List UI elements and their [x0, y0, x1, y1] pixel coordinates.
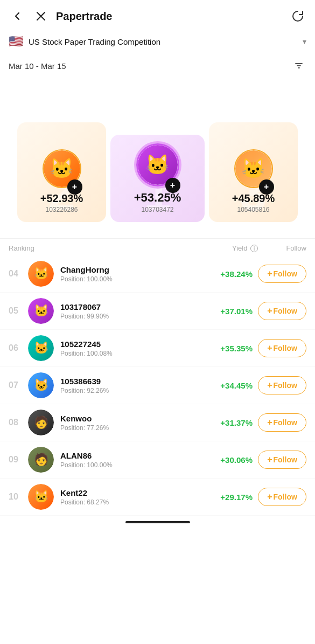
trader-row: 10 🐱 Kent22 Position: 68.27% +29.17% + F…: [0, 479, 315, 516]
podium-second-avatar-wrap: 🐱 +: [43, 149, 81, 188]
podium-first-id: 103703472: [141, 206, 173, 213]
home-indicator: [125, 521, 190, 523]
trader-row: 09 🧑 ALAN86 Position: 100.00% +30.06% + …: [0, 441, 315, 479]
trader-yield: +31.37%: [204, 418, 253, 427]
podium-first: 1 🐱 + +53.25% 103703472: [110, 135, 205, 222]
trader-name: ALAN86: [60, 451, 204, 460]
podium-third-id: 105405816: [237, 206, 269, 213]
date-range-text: Mar 10 - Mar 15: [9, 61, 66, 71]
trader-avatar: 🧑: [28, 410, 54, 435]
trader-rank: 08: [9, 418, 26, 427]
trader-position: Position: 68.27%: [60, 498, 204, 506]
trader-position: Position: 100.00%: [60, 461, 204, 469]
podium-third: 3 🐱 + +45.89% 105405816: [209, 122, 298, 222]
podium-third-avatar-wrap: 🐱 +: [234, 149, 273, 188]
trader-info: 105386639 Position: 92.26%: [60, 377, 204, 394]
trader-yield: +29.17%: [204, 493, 253, 502]
trader-yield: +37.01%: [204, 307, 253, 316]
trader-rank: 10: [9, 492, 26, 502]
avatar-image: 🐱: [28, 484, 54, 510]
follow-plus-icon: +: [267, 306, 272, 316]
trader-row: 05 🐱 103178067 Position: 99.90% +37.01% …: [0, 293, 315, 330]
follow-plus-icon: +: [267, 380, 272, 390]
follow-button[interactable]: + Follow: [258, 413, 306, 432]
trader-rank: 05: [9, 306, 26, 316]
trader-yield: +30.06%: [204, 455, 253, 465]
podium-second-id: 103226286: [45, 206, 78, 213]
trader-name: 105386639: [60, 377, 204, 386]
podium-second: 2 🐱 + +52.93% 103226286: [17, 122, 106, 222]
podium-third-yield: +45.89%: [232, 192, 275, 205]
follow-label: Follow: [274, 269, 297, 278]
follow-plus-icon: +: [267, 343, 272, 353]
avatar-image: 🐱: [28, 372, 54, 398]
follow-button[interactable]: + Follow: [258, 339, 306, 357]
trader-position: Position: 100.08%: [60, 350, 204, 357]
trader-info: 105227245 Position: 100.08%: [60, 340, 204, 357]
date-range-row: Mar 10 - Mar 15: [0, 53, 315, 82]
back-button[interactable]: [9, 8, 26, 25]
follow-label: Follow: [274, 344, 297, 352]
trader-position: Position: 77.26%: [60, 424, 204, 432]
follow-button[interactable]: + Follow: [258, 488, 306, 506]
follow-plus-icon: +: [267, 492, 272, 502]
follow-label: Follow: [274, 381, 297, 390]
col-yield: Yield i: [209, 244, 258, 252]
follow-button[interactable]: + Follow: [258, 376, 306, 394]
trader-position: Position: 100.00%: [60, 275, 204, 283]
header: Papertrade: [0, 0, 315, 30]
podium-first-avatar-wrap: 🐱 +: [136, 143, 179, 186]
avatar-image: 🧑: [28, 410, 54, 435]
trader-name: 103178067: [60, 302, 204, 311]
podium-first-yield: +53.25%: [134, 191, 181, 205]
chevron-down-icon: ▾: [303, 37, 306, 46]
trader-name: Kenwoo: [60, 414, 204, 423]
trader-info: 103178067 Position: 99.90%: [60, 302, 204, 320]
trader-list: 04 🐱 ChangHorng Position: 100.00% +38.24…: [0, 255, 315, 516]
trader-info: Kent22 Position: 68.27%: [60, 488, 204, 506]
follow-plus-icon: +: [267, 418, 272, 427]
trader-avatar: 🐱: [28, 484, 54, 510]
podium-second-yield: +52.93%: [40, 192, 83, 205]
follow-label: Follow: [274, 455, 297, 464]
trader-avatar: 🐱: [28, 372, 54, 398]
col-follow: Follow: [258, 244, 306, 252]
trader-avatar: 🐱: [28, 261, 54, 287]
trader-rank: 07: [9, 380, 26, 390]
trader-position: Position: 92.26%: [60, 387, 204, 394]
follow-plus-icon: +: [267, 455, 272, 465]
page-title: Papertrade: [56, 10, 283, 23]
avatar-image: 🐱: [28, 335, 54, 361]
follow-button[interactable]: + Follow: [258, 451, 306, 469]
avatar-image: 🐱: [28, 261, 54, 287]
follow-label: Follow: [274, 493, 297, 501]
avatar-image: 🐱: [28, 298, 54, 324]
trader-yield: +38.24%: [204, 269, 253, 279]
filter-button[interactable]: [291, 58, 306, 73]
follow-button[interactable]: + Follow: [258, 302, 306, 320]
trader-info: ChangHorng Position: 100.00%: [60, 265, 204, 283]
trader-name: Kent22: [60, 488, 204, 497]
trader-yield: +35.35%: [204, 344, 253, 353]
table-header: Ranking Yield i Follow: [0, 238, 315, 255]
trader-name: 105227245: [60, 340, 204, 349]
competition-selector[interactable]: 🇺🇸 US Stock Paper Trading Competition ▾: [0, 30, 315, 53]
follow-button[interactable]: + Follow: [258, 265, 306, 283]
trader-row: 07 🐱 105386639 Position: 92.26% +34.45% …: [0, 367, 315, 404]
trader-row: 06 🐱 105227245 Position: 100.08% +35.35%…: [0, 330, 315, 367]
yield-info-icon[interactable]: i: [250, 245, 258, 252]
follow-label: Follow: [274, 418, 297, 427]
follow-plus-icon: +: [267, 269, 272, 279]
refresh-button[interactable]: [289, 8, 306, 25]
podium: 2 🐱 + +52.93% 103226286 1 🐱 + +53.25% 10…: [0, 82, 315, 233]
trader-rank: 06: [9, 343, 26, 353]
trader-avatar: 🧑: [28, 447, 54, 473]
trader-info: Kenwoo Position: 77.26%: [60, 414, 204, 432]
col-ranking: Ranking: [9, 244, 52, 252]
trader-rank: 04: [9, 269, 26, 279]
trader-info: ALAN86 Position: 100.00%: [60, 451, 204, 469]
trader-avatar: 🐱: [28, 298, 54, 324]
close-button[interactable]: [32, 8, 50, 25]
trader-rank: 09: [9, 455, 26, 465]
trader-name: ChangHorng: [60, 265, 204, 274]
